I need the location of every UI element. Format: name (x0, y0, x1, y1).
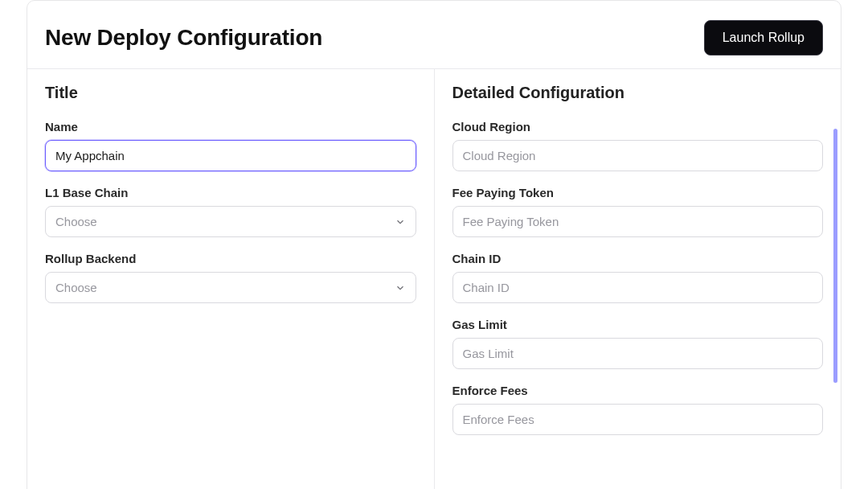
enforce-fees-input[interactable] (452, 404, 824, 435)
l1-base-chain-select[interactable]: Choose (45, 206, 416, 237)
name-label: Name (45, 120, 416, 134)
fee-paying-token-input[interactable] (452, 206, 824, 237)
chain-id-input[interactable] (452, 272, 824, 303)
launch-rollup-button[interactable]: Launch Rollup (704, 20, 823, 55)
rollup-backend-select[interactable]: Choose (45, 272, 416, 303)
l1-base-chain-field: L1 Base Chain Choose (45, 186, 416, 237)
gas-limit-field: Gas Limit (452, 318, 824, 369)
chain-id-label: Chain ID (452, 252, 824, 265)
chevron-down-icon (395, 282, 406, 294)
rollup-backend-field: Rollup Backend Choose (45, 252, 416, 303)
gas-limit-input[interactable] (452, 338, 824, 369)
fee-paying-token-field: Fee Paying Token (452, 186, 824, 237)
scrollbar-thumb[interactable] (833, 129, 837, 383)
chevron-down-icon (395, 216, 406, 228)
cloud-region-input[interactable] (452, 140, 824, 171)
cloud-region-field: Cloud Region (452, 120, 824, 171)
gas-limit-label: Gas Limit (452, 318, 824, 331)
detailed-config-heading: Detailed Configuration (452, 84, 824, 102)
l1-base-chain-value: Choose (55, 215, 97, 228)
detailed-config-section: Detailed Configuration Cloud Region Fee … (435, 69, 841, 489)
title-section-heading: Title (45, 84, 416, 102)
fee-paying-token-label: Fee Paying Token (452, 186, 824, 199)
page-title: New Deploy Configuration (45, 25, 322, 51)
enforce-fees-field: Enforce Fees (452, 384, 824, 435)
card-header: New Deploy Configuration Launch Rollup (27, 1, 841, 68)
rollup-backend-value: Choose (55, 281, 97, 294)
deploy-config-card: New Deploy Configuration Launch Rollup T… (27, 0, 841, 489)
config-columns: Title Name L1 Base Chain Choose Roll (27, 68, 841, 489)
cloud-region-label: Cloud Region (452, 120, 824, 134)
title-section: Title Name L1 Base Chain Choose Roll (27, 69, 435, 489)
name-field: Name (45, 120, 416, 171)
name-input[interactable] (45, 140, 416, 171)
l1-base-chain-label: L1 Base Chain (45, 186, 416, 199)
rollup-backend-label: Rollup Backend (45, 252, 416, 265)
enforce-fees-label: Enforce Fees (452, 384, 824, 397)
chain-id-field: Chain ID (452, 252, 824, 303)
